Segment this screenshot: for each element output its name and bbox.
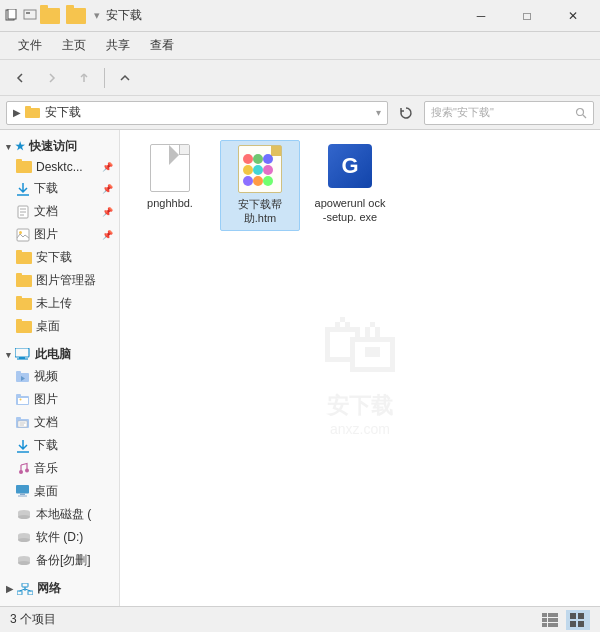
sidebar-quick-access: ▾ ★ 快速访问 Desktc... 📌 下载 📌 文档 📌 图 [0,134,119,338]
forward-button[interactable] [38,65,66,91]
sidebar-item-drive-d-label: 软件 (D:) [36,529,83,546]
sidebar-item-doc[interactable]: 文档 📌 [0,200,119,223]
folder-icon-desktop2 [16,321,32,333]
file-item-pnghhbd[interactable]: pnghhbd. [130,140,210,231]
svg-rect-57 [570,613,576,619]
sidebar-quick-access-header[interactable]: ▾ ★ 快速访问 [0,134,119,157]
sidebar-item-desktop[interactable]: Desktc... 📌 [0,157,119,177]
quick-access-label: 快速访问 [29,138,77,155]
sidebar-item-pc-desktop-label: 桌面 [34,483,58,500]
up-button[interactable] [111,65,139,91]
sidebar-item-pc-doc[interactable]: 文档 [0,411,119,434]
doc-icon [16,205,30,219]
video-folder-icon [16,370,30,384]
file-icon-exe: G [326,144,374,192]
music-icon [16,462,30,476]
view-list-button[interactable] [538,610,562,630]
network-label: 网络 [37,580,61,597]
folder-icon-desktop [16,161,32,173]
sidebar-item-download[interactable]: 下载 📌 [0,177,119,200]
image-folder-icon [16,393,30,407]
svg-line-7 [583,115,586,118]
view-grid-button[interactable] [566,610,590,630]
folder-icon-anzaixia [16,252,32,264]
search-placeholder: 搜索"安下载" [431,105,571,120]
svg-rect-46 [17,591,22,595]
menu-view[interactable]: 查看 [140,33,184,58]
close-button[interactable]: ✕ [550,0,596,32]
sidebar-item-backup-label: 备份[勿删] [36,552,91,569]
sidebar-item-images-label: 图片 [34,226,58,243]
sidebar-item-backup[interactable]: 备份[勿删] [0,549,119,572]
file-icon-htm [236,145,284,193]
file-label-exe: apowerunl ock-setup. exe [314,196,386,225]
title-bar-folder-icon [40,8,60,24]
sidebar-item-anzaixia[interactable]: 安下载 [0,246,119,269]
address-path[interactable]: ▶ 安下载 ▾ [6,101,388,125]
sidebar-this-pc-header[interactable]: ▾ 此电脑 [0,342,119,365]
tb-icon-pin[interactable] [22,8,38,24]
sidebar-item-desktop2[interactable]: 桌面 [0,315,119,338]
svg-rect-26 [16,417,21,420]
this-pc-label: 此电脑 [35,346,71,363]
sidebar-network-header[interactable]: ▶ 网络 [0,576,119,599]
refresh-button[interactable] [394,101,418,125]
search-icon [575,107,587,119]
sidebar-item-notup[interactable]: 未上传 [0,292,119,315]
tb-icon-new[interactable] [4,8,20,24]
svg-rect-34 [20,494,25,496]
sidebar-item-imgmgr[interactable]: 图片管理器 [0,269,119,292]
folder-icon-notup [16,298,32,310]
sidebar-item-drive-d[interactable]: 软件 (D:) [0,526,119,549]
svg-rect-53 [542,618,547,622]
svg-rect-45 [22,583,28,587]
sidebar-item-images[interactable]: 图片 📌 [0,223,119,246]
sidebar: ▾ ★ 快速访问 Desktc... 📌 下载 📌 文档 📌 图 [0,130,120,606]
minimize-button[interactable]: ─ [458,0,504,32]
menu-home[interactable]: 主页 [52,33,96,58]
folder-icon-imgmgr [16,275,32,287]
title-bar-dropdown[interactable]: ▾ [94,9,100,22]
status-bar: 3 个项目 [0,606,600,632]
sidebar-item-video[interactable]: 视频 [0,365,119,388]
file-item-htm[interactable]: 安下载帮助.htm [220,140,300,231]
maximize-button[interactable]: □ [504,0,550,32]
svg-rect-52 [548,613,558,617]
menu-share[interactable]: 共享 [96,33,140,58]
menu-file[interactable]: 文件 [8,33,52,58]
sidebar-item-video-label: 视频 [34,368,58,385]
svg-point-44 [18,561,30,565]
sidebar-item-drive-c[interactable]: 本地磁盘 ( [0,503,119,526]
sidebar-item-pc-images[interactable]: 图片 [0,388,119,411]
search-box[interactable]: 搜索"安下载" [424,101,594,125]
addr-folder-icon [25,105,41,121]
sidebar-item-pc-download[interactable]: 下载 [0,434,119,457]
sidebar-item-music[interactable]: 音乐 [0,457,119,480]
svg-rect-23 [18,398,28,404]
sidebar-item-notup-label: 未上传 [36,295,72,312]
sidebar-item-pc-images-label: 图片 [34,391,58,408]
menu-bar: 文件 主页 共享 查看 [0,32,600,60]
recent-button[interactable] [70,65,98,91]
svg-point-32 [25,468,29,472]
title-bar: ▾ 安下载 ─ □ ✕ [0,0,600,32]
this-pc-icon [15,348,31,361]
file-icon-pnghhbd [146,144,194,192]
sidebar-item-pc-desktop[interactable]: 桌面 [0,480,119,503]
watermark-sub-text: anxz.com [330,421,390,437]
drive-d-icon [16,531,32,544]
file-item-exe[interactable]: G apowerunl ock-setup. exe [310,140,390,231]
file-label-pnghhbd: pnghhbd. [147,196,193,210]
title-bar-controls: ─ □ ✕ [458,0,596,32]
svg-rect-58 [578,613,584,619]
image-icon [16,228,30,242]
toolbar-separator-1 [104,68,105,88]
drive-c-icon [16,508,32,521]
download-icon [16,182,30,196]
pin-icon-doc: 📌 [102,207,113,217]
addr-dropdown-arrow[interactable]: ▾ [376,107,381,118]
svg-point-41 [18,538,30,542]
back-button[interactable] [6,65,34,91]
svg-rect-19 [16,371,21,374]
sidebar-item-download-label: 下载 [34,180,58,197]
